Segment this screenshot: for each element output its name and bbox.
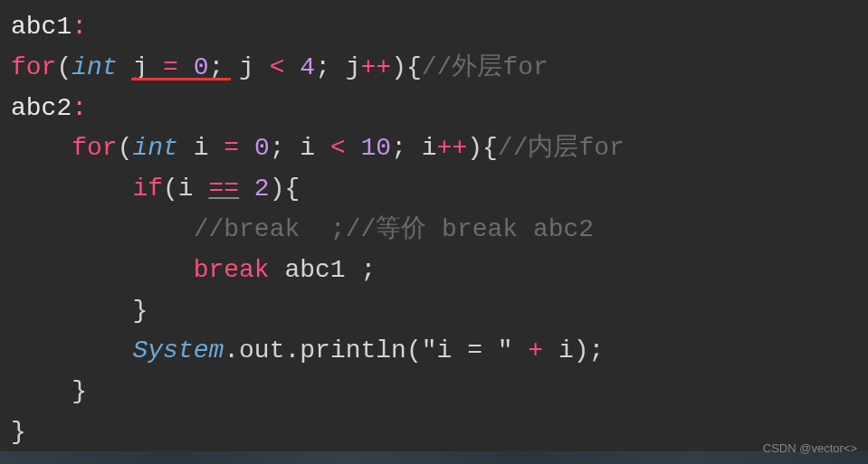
var-i: i xyxy=(178,175,209,203)
indent xyxy=(11,297,132,325)
brace-open: { xyxy=(482,134,498,162)
semicolon: ; xyxy=(270,134,300,162)
class-system: System xyxy=(132,336,224,365)
keyword-if: if xyxy=(132,175,163,203)
paren-close: ) xyxy=(574,336,589,365)
number-10: 10 xyxy=(346,134,391,162)
var-i3: i xyxy=(422,134,437,162)
comment-inner: //内层for xyxy=(498,134,625,162)
number-0: 0 xyxy=(239,134,270,162)
paren-close: ) xyxy=(270,175,285,203)
var-j2: j xyxy=(239,53,270,81)
indent xyxy=(11,336,132,365)
paren-open: ( xyxy=(118,134,133,162)
var-j3: j xyxy=(346,53,361,81)
dot: . xyxy=(284,336,300,365)
keyword-break: break xyxy=(194,256,270,284)
operator-plus: + xyxy=(513,336,558,365)
indent xyxy=(11,175,132,203)
operator-lt: < xyxy=(330,134,346,162)
label-abc1: abc1 xyxy=(11,13,72,41)
indent xyxy=(11,377,72,405)
dot: . xyxy=(224,336,239,365)
colon: : xyxy=(72,13,87,41)
indent xyxy=(11,215,194,243)
code-line-5: if(i == 2){ xyxy=(11,169,857,210)
brace-close: } xyxy=(132,297,148,325)
operator-inc: ++ xyxy=(361,53,392,81)
keyword-for: for xyxy=(11,53,56,81)
operator-eq: = xyxy=(224,134,239,162)
type-int: int xyxy=(72,53,117,81)
brace-close: } xyxy=(72,377,87,405)
code-line-7: break abc1 ; xyxy=(11,251,857,291)
paren-close: ) xyxy=(467,134,482,162)
code-line-11: } xyxy=(11,412,857,453)
indent xyxy=(11,256,194,284)
label-abc2: abc2 xyxy=(11,94,72,122)
var-i: i xyxy=(558,336,574,365)
string-literal: "i = " xyxy=(422,336,513,365)
type-int: int xyxy=(132,134,177,162)
comment-break-equiv: //break ;//等价 break abc2 xyxy=(194,215,594,243)
paren-open: ( xyxy=(163,175,178,203)
indent xyxy=(11,134,72,162)
code-line-10: } xyxy=(11,372,857,412)
bottom-wave-decoration xyxy=(0,451,868,464)
keyword-for: for xyxy=(72,134,117,162)
number-2: 2 xyxy=(239,175,270,203)
var-i2: i xyxy=(300,134,330,162)
break-target: abc1 xyxy=(270,256,361,284)
operator-inc: ++ xyxy=(437,134,468,162)
operator-lt: < xyxy=(270,53,285,81)
code-line-3: abc2: xyxy=(11,89,857,129)
code-line-4: for(int i = 0; i < 10; i++){//内层for xyxy=(11,128,857,169)
watermark: CSDN @vector<> xyxy=(763,440,857,459)
number-4: 4 xyxy=(285,53,316,81)
paren-close: ) xyxy=(391,53,406,81)
code-block: abc1: for(int j = 0; j < 4; j++){//外层for… xyxy=(11,7,857,453)
brace-open: { xyxy=(406,53,422,81)
red-underline-annotation xyxy=(131,78,231,80)
paren-open: ( xyxy=(56,53,72,81)
var-i: i xyxy=(178,134,224,162)
code-line-9: System.out.println("i = " + i); xyxy=(11,331,857,372)
semicolon: ; xyxy=(315,53,346,81)
method-println: println xyxy=(300,336,406,365)
colon: : xyxy=(72,94,87,122)
paren-open: ( xyxy=(406,336,422,365)
comment-outer: //外层for xyxy=(422,53,548,81)
semicolon: ; xyxy=(589,336,605,365)
brace-close: } xyxy=(11,418,26,446)
field-out: out xyxy=(239,336,284,365)
code-line-6: //break ;//等价 break abc2 xyxy=(11,210,857,251)
semicolon: ; xyxy=(391,134,422,162)
operator-eqeq: == xyxy=(208,175,239,203)
code-line-2: for(int j = 0; j < 4; j++){//外层for xyxy=(11,48,857,89)
code-line-8: } xyxy=(11,291,857,332)
brace-open: { xyxy=(284,175,300,203)
code-line-1: abc1: xyxy=(11,7,857,48)
semicolon: ; xyxy=(360,256,376,284)
